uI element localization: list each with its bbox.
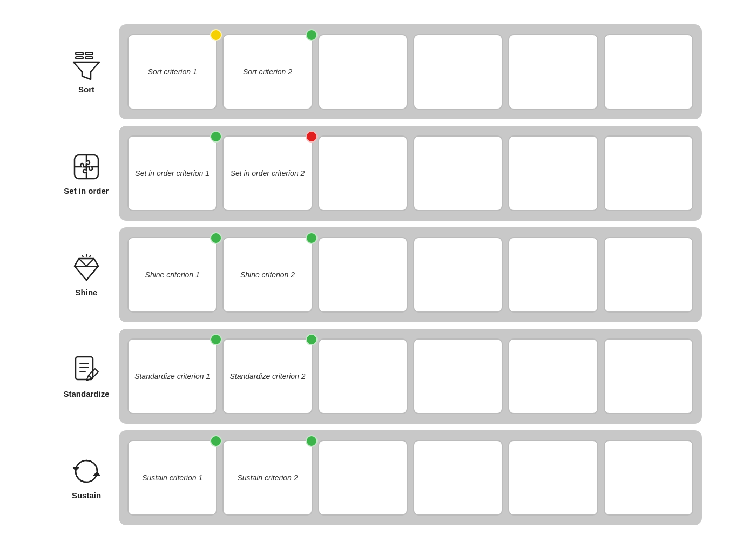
shine-label: Shine xyxy=(76,288,98,297)
icon-section-set-in-order: Set in order xyxy=(54,151,119,195)
row-set-in-order: Set in orderSet in order criterion 1Set … xyxy=(54,126,702,221)
cell-sort-1[interactable]: Sort criterion 1 xyxy=(127,34,217,110)
dot-green-shine-1 xyxy=(210,232,222,244)
cell-shine-6[interactable] xyxy=(604,237,693,313)
band-sort: Sort criterion 1Sort criterion 2 xyxy=(119,24,702,119)
sort-icon xyxy=(70,49,103,82)
icon-section-shine: Shine xyxy=(54,252,119,297)
cell-shine-1[interactable]: Shine criterion 1 xyxy=(127,237,217,313)
cell-standardize-4[interactable] xyxy=(413,338,503,414)
cell-set-in-order-4[interactable] xyxy=(413,135,503,211)
row-standardize: StandardizeStandardize criterion 1Standa… xyxy=(54,329,702,424)
cell-shine-2[interactable]: Shine criterion 2 xyxy=(222,237,312,313)
cell-shine-5[interactable] xyxy=(508,237,598,313)
5s-board: SortSort criterion 1Sort criterion 2Set … xyxy=(54,24,702,525)
criterion-text-sort-1: Sort criterion 1 xyxy=(144,63,201,80)
sustain-label: Sustain xyxy=(72,491,101,500)
cell-sort-3[interactable] xyxy=(318,34,408,110)
row-shine: ShineShine criterion 1Shine criterion 2 xyxy=(54,227,702,322)
dot-green-standardize-1 xyxy=(210,334,222,345)
shine-icon xyxy=(70,252,103,284)
band-standardize: Standardize criterion 1Standardize crite… xyxy=(119,329,702,424)
sustain-icon xyxy=(70,455,103,487)
icon-section-standardize: Standardize xyxy=(54,354,119,398)
dot-green-sustain-2 xyxy=(306,435,318,447)
row-sort: SortSort criterion 1Sort criterion 2 xyxy=(54,24,702,119)
dot-green-sort-2 xyxy=(306,29,318,41)
cell-set-in-order-5[interactable] xyxy=(508,135,598,211)
icon-section-sort: Sort xyxy=(54,49,119,94)
criterion-text-standardize-2: Standardize criterion 2 xyxy=(225,368,309,385)
cell-shine-3[interactable] xyxy=(318,237,408,313)
dot-green-sustain-1 xyxy=(210,435,222,447)
cell-shine-4[interactable] xyxy=(413,237,503,313)
cell-sort-2[interactable]: Sort criterion 2 xyxy=(222,34,312,110)
cell-set-in-order-3[interactable] xyxy=(318,135,408,211)
cell-sort-5[interactable] xyxy=(508,34,598,110)
criterion-text-sustain-1: Sustain criterion 1 xyxy=(138,469,207,486)
set-in-order-label: Set in order xyxy=(64,186,109,195)
row-sustain: SustainSustain criterion 1Sustain criter… xyxy=(54,430,702,525)
criterion-text-standardize-1: Standardize criterion 1 xyxy=(130,368,214,385)
criterion-text-set-in-order-2: Set in order criterion 2 xyxy=(226,165,309,182)
cell-sustain-3[interactable] xyxy=(318,440,408,516)
criterion-text-shine-2: Shine criterion 2 xyxy=(236,266,299,283)
criterion-text-shine-1: Shine criterion 1 xyxy=(141,266,204,283)
cell-sustain-4[interactable] xyxy=(413,440,503,516)
cell-standardize-1[interactable]: Standardize criterion 1 xyxy=(127,338,217,414)
dot-green-standardize-2 xyxy=(306,334,318,345)
dot-green-set-in-order-1 xyxy=(210,131,222,143)
cell-sustain-6[interactable] xyxy=(604,440,693,516)
cell-sort-6[interactable] xyxy=(604,34,693,110)
standardize-icon xyxy=(70,354,103,386)
cell-set-in-order-6[interactable] xyxy=(604,135,693,211)
criterion-text-sustain-2: Sustain criterion 2 xyxy=(233,469,302,486)
cell-standardize-6[interactable] xyxy=(604,338,693,414)
band-shine: Shine criterion 1Shine criterion 2 xyxy=(119,227,702,322)
dot-green-shine-2 xyxy=(306,232,318,244)
cell-standardize-2[interactable]: Standardize criterion 2 xyxy=(222,338,312,414)
cell-set-in-order-1[interactable]: Set in order criterion 1 xyxy=(127,135,217,211)
set-in-order-icon xyxy=(70,151,103,183)
dot-red-set-in-order-2 xyxy=(306,131,318,143)
cell-sustain-1[interactable]: Sustain criterion 1 xyxy=(127,440,217,516)
cell-sort-4[interactable] xyxy=(413,34,503,110)
cell-standardize-3[interactable] xyxy=(318,338,408,414)
band-set-in-order: Set in order criterion 1Set in order cri… xyxy=(119,126,702,221)
cell-sustain-2[interactable]: Sustain criterion 2 xyxy=(222,440,312,516)
standardize-label: Standardize xyxy=(63,389,109,398)
criterion-text-set-in-order-1: Set in order criterion 1 xyxy=(131,165,214,182)
icon-section-sustain: Sustain xyxy=(54,455,119,500)
band-sustain: Sustain criterion 1Sustain criterion 2 xyxy=(119,430,702,525)
sort-label: Sort xyxy=(78,85,94,94)
dot-yellow-sort-1 xyxy=(210,29,222,41)
cell-sustain-5[interactable] xyxy=(508,440,598,516)
criterion-text-sort-2: Sort criterion 2 xyxy=(239,63,296,80)
cell-standardize-5[interactable] xyxy=(508,338,598,414)
cell-set-in-order-2[interactable]: Set in order criterion 2 xyxy=(222,135,312,211)
